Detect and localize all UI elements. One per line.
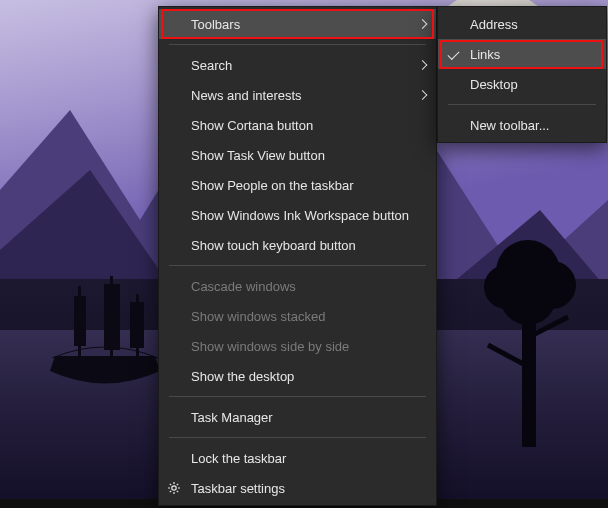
menu-item-label: Show the desktop [191,369,294,384]
menu-item-label: Desktop [470,77,518,92]
ship-silhouette [40,266,170,396]
menu-item-label: Toolbars [191,17,240,32]
menu-item-label: Lock the taskbar [191,451,286,466]
chevron-right-icon [419,62,426,69]
menu-separator [169,44,426,45]
toolbars-submenu: Address Links Desktop New toolbar... [437,6,607,143]
menu-item-task-manager[interactable]: Task Manager [159,402,436,432]
menu-item-show-ink-workspace[interactable]: Show Windows Ink Workspace button [159,200,436,230]
menu-item-show-cortana[interactable]: Show Cortana button [159,110,436,140]
menu-separator [448,104,596,105]
gear-icon [167,481,181,495]
menu-item-show-touch-keyboard[interactable]: Show touch keyboard button [159,230,436,260]
menu-item-show-windows-side-by-side: Show windows side by side [159,331,436,361]
submenu-item-address[interactable]: Address [438,9,606,39]
tree-silhouette [468,227,588,447]
menu-item-news-and-interests[interactable]: News and interests [159,80,436,110]
submenu-item-links[interactable]: Links [438,39,606,69]
menu-item-label: Cascade windows [191,279,296,294]
menu-item-label: New toolbar... [470,118,550,133]
menu-item-label: Show windows side by side [191,339,349,354]
menu-item-cascade-windows: Cascade windows [159,271,436,301]
menu-item-show-task-view[interactable]: Show Task View button [159,140,436,170]
svg-point-8 [172,486,176,490]
menu-item-label: Show Task View button [191,148,325,163]
submenu-item-new-toolbar[interactable]: New toolbar... [438,110,606,140]
submenu-item-desktop[interactable]: Desktop [438,69,606,99]
menu-item-label: Show Windows Ink Workspace button [191,208,409,223]
menu-item-label: Show windows stacked [191,309,325,324]
menu-item-label: Show People on the taskbar [191,178,354,193]
menu-item-search[interactable]: Search [159,50,436,80]
menu-item-label: Address [470,17,518,32]
menu-item-label: Taskbar settings [191,481,285,496]
check-icon [448,51,459,57]
chevron-right-icon [419,92,426,99]
menu-item-label: Show touch keyboard button [191,238,356,253]
menu-item-label: Show Cortana button [191,118,313,133]
menu-separator [169,437,426,438]
menu-separator [169,396,426,397]
taskbar-context-menu: Toolbars Search News and interests Show … [158,6,437,506]
menu-item-toolbars[interactable]: Toolbars [159,9,436,39]
menu-item-label: Links [470,47,500,62]
menu-item-show-desktop[interactable]: Show the desktop [159,361,436,391]
menu-item-show-windows-stacked: Show windows stacked [159,301,436,331]
svg-point-7 [500,269,556,325]
chevron-right-icon [419,21,426,28]
menu-item-label: Task Manager [191,410,273,425]
menu-item-label: News and interests [191,88,302,103]
menu-item-show-people[interactable]: Show People on the taskbar [159,170,436,200]
menu-separator [169,265,426,266]
menu-item-taskbar-settings[interactable]: Taskbar settings [159,473,436,503]
menu-item-lock-taskbar[interactable]: Lock the taskbar [159,443,436,473]
menu-item-label: Search [191,58,232,73]
